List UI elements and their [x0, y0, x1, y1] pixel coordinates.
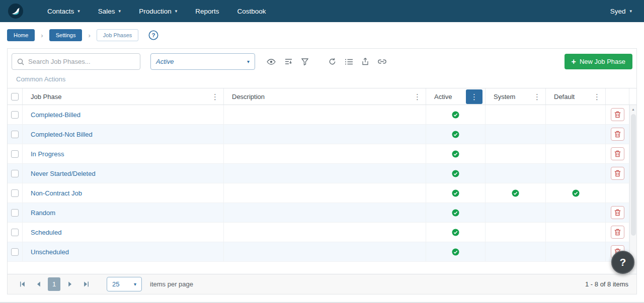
row-checkbox[interactable] [11, 229, 19, 236]
user-menu[interactable]: Syed▾ [606, 5, 636, 18]
chevron-down-icon: ▾ [247, 59, 250, 64]
table-row: Non-Contract Job [8, 183, 636, 203]
active-cell [426, 242, 486, 261]
check-circle-icon [452, 111, 459, 119]
system-column-menu[interactable]: ⋮ [529, 92, 545, 102]
check-circle-icon [512, 189, 519, 197]
last-page-button[interactable] [79, 278, 93, 291]
job-phase-link[interactable]: Non-Contract Job [31, 189, 82, 197]
nav-item-costbook[interactable]: Costbook [230, 5, 273, 18]
nav-item-production[interactable]: Production▾ [132, 5, 184, 18]
help-fab[interactable]: ? [611, 251, 634, 274]
first-page-button[interactable] [16, 278, 29, 291]
delete-button[interactable] [611, 226, 624, 239]
nav-item-sales[interactable]: Sales▾ [91, 5, 128, 18]
common-actions-link[interactable]: Common Actions [8, 73, 636, 88]
system-cell [486, 203, 546, 222]
trash-icon [614, 131, 621, 138]
action-tools [326, 55, 389, 68]
table-row: Random [8, 203, 636, 223]
trash-icon [614, 111, 621, 118]
description-cell [224, 125, 426, 144]
default-column-menu[interactable]: ⋮ [589, 92, 605, 102]
delete-button[interactable] [611, 128, 624, 141]
active-column-menu[interactable]: ⋮ [466, 89, 482, 104]
description-cell [224, 144, 426, 163]
breadcrumb: Home › Settings › Job Phases ? [0, 22, 644, 48]
job-phase-column-menu[interactable]: ⋮ [207, 92, 223, 102]
eye-icon[interactable] [264, 56, 278, 67]
status-filter-value: Active [156, 58, 174, 65]
filter-icon[interactable] [299, 56, 311, 68]
table-row: Never Started/Deleted [8, 164, 636, 183]
plus-icon: + [572, 58, 576, 66]
row-checkbox[interactable] [11, 111, 19, 119]
delete-button[interactable] [611, 206, 624, 219]
trash-icon [614, 209, 621, 216]
help-circle-icon[interactable]: ? [148, 30, 158, 40]
active-cell [426, 183, 486, 203]
check-circle-icon [452, 189, 459, 197]
row-checkbox[interactable] [11, 131, 19, 138]
default-cell [546, 144, 606, 163]
status-filter-dropdown[interactable]: Active ▾ [150, 53, 255, 70]
active-cell [426, 144, 486, 163]
row-checkbox[interactable] [11, 189, 19, 197]
job-phase-link[interactable]: Scheduled [31, 229, 61, 236]
system-cell [486, 242, 546, 261]
trash-icon [614, 170, 621, 177]
row-checkbox[interactable] [11, 248, 19, 256]
delete-button[interactable] [611, 108, 624, 121]
previous-page-button[interactable] [32, 278, 45, 291]
table-body: Completed-Billed Completed-Not Billed In… [8, 105, 636, 262]
scrollbar-thumb[interactable] [631, 114, 636, 236]
breadcrumb-job-phases[interactable]: Job Phases [97, 29, 138, 41]
export-icon[interactable] [359, 55, 371, 68]
page-size-dropdown[interactable]: 25 ▾ [107, 277, 142, 291]
system-cell [486, 164, 546, 183]
new-job-phase-button[interactable]: + New Job Phase [565, 54, 632, 69]
next-page-button[interactable] [63, 278, 76, 291]
app-logo-icon[interactable] [8, 4, 23, 19]
check-circle-icon [452, 229, 459, 236]
nav-item-reports[interactable]: Reports [188, 5, 226, 18]
select-all-checkbox[interactable] [11, 93, 19, 100]
scroll-up-arrow-icon[interactable]: ▲ [630, 105, 636, 113]
system-cell [486, 144, 546, 163]
description-cell [224, 203, 426, 222]
job-phase-link[interactable]: In Progress [31, 150, 64, 158]
delete-button[interactable] [611, 167, 624, 180]
row-checkbox[interactable] [11, 209, 19, 217]
row-checkbox[interactable] [11, 170, 19, 177]
check-circle-icon [452, 248, 459, 256]
chevron-down-icon: ▾ [175, 9, 178, 14]
column-settings-icon[interactable] [282, 56, 295, 67]
items-range-label: 1 - 8 of 8 items [585, 280, 628, 288]
chevron-down-icon: ▾ [77, 9, 80, 14]
job-phase-link[interactable]: Unscheduled [31, 248, 69, 256]
description-column-menu[interactable]: ⋮ [409, 92, 426, 102]
refresh-icon[interactable] [326, 55, 339, 68]
default-cell [546, 125, 606, 144]
description-cell [224, 242, 426, 261]
chevron-down-icon: ▾ [119, 9, 121, 14]
job-phase-link[interactable]: Completed-Billed [31, 111, 80, 119]
nav-item-contacts[interactable]: Contacts▾ [40, 5, 87, 18]
delete-button[interactable] [611, 147, 624, 160]
link-icon[interactable] [375, 57, 389, 66]
table-row: Unscheduled [8, 242, 636, 262]
job-phase-link[interactable]: Never Started/Deleted [31, 170, 96, 177]
search-input[interactable] [28, 58, 135, 65]
job-phase-link[interactable]: Completed-Not Billed [31, 131, 93, 138]
breadcrumb-settings[interactable]: Settings [49, 29, 83, 41]
header-system: System ⋮ [486, 88, 546, 105]
vertical-scrollbar[interactable]: ▲ [629, 105, 636, 274]
breadcrumb-home[interactable]: Home [7, 29, 35, 41]
check-circle-icon [452, 150, 459, 158]
description-cell [224, 223, 426, 242]
header-description: Description ⋮ [224, 88, 426, 105]
row-checkbox[interactable] [11, 150, 19, 158]
list-icon[interactable] [343, 56, 355, 67]
page-number-button[interactable]: 1 [48, 277, 60, 291]
job-phase-link[interactable]: Random [31, 209, 55, 217]
